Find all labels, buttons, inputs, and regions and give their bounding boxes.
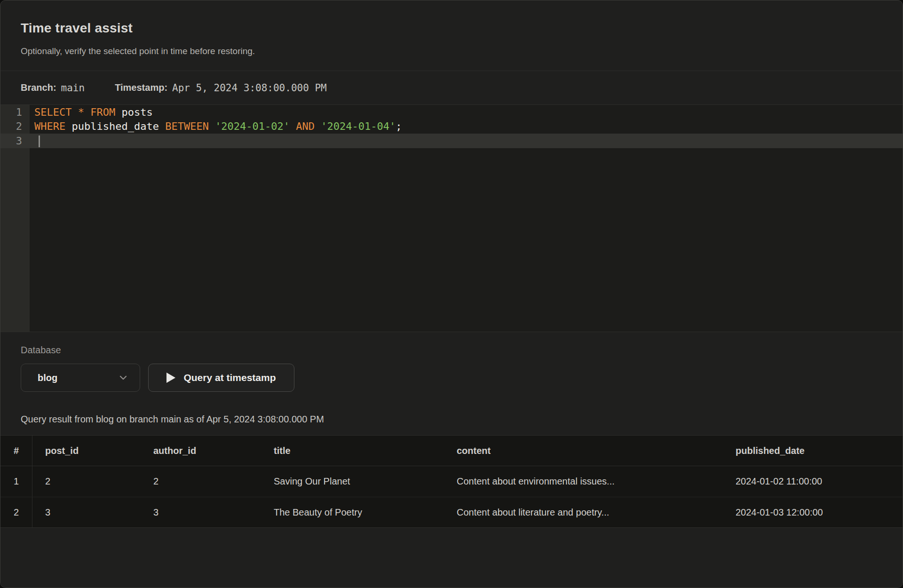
database-select[interactable]: blog	[21, 364, 140, 392]
text-cursor	[39, 135, 40, 147]
panel-footer-space	[0, 528, 903, 588]
query-result-table: #post_idauthor_idtitlecontentpublished_d…	[0, 435, 903, 528]
play-icon	[166, 373, 175, 383]
table-cell: Content about environmental issues...	[444, 476, 723, 487]
table-row: 233The Beauty of PoetryContent about lit…	[0, 497, 903, 527]
page-subtitle: Optionally, verify the selected point in…	[21, 45, 882, 57]
table-cell: The Beauty of Poetry	[261, 507, 444, 518]
table-cell: 2024-01-03 12:00:00	[723, 507, 903, 518]
timestamp-info: Timestamp: Apr 5, 2024 3:08:00.000 PM	[115, 82, 327, 94]
table-cell: 3	[32, 507, 141, 518]
table-header-cell: content	[444, 445, 723, 456]
timestamp-label: Timestamp:	[115, 82, 167, 93]
editor-code-lines: 1SELECT * FROM posts2WHERE published_dat…	[0, 105, 903, 148]
code-line[interactable]: 2WHERE published_date BETWEEN '2024-01-0…	[0, 119, 903, 134]
line-code: SELECT * FROM posts	[30, 106, 153, 118]
table-cell: 3	[141, 507, 261, 518]
table-cell: 1	[0, 466, 32, 497]
query-result-summary: Query result from blog on branch main as…	[21, 413, 882, 425]
table-header-cell: author_id	[141, 445, 261, 456]
table-header-cell: post_id	[32, 445, 141, 456]
query-at-timestamp-button[interactable]: Query at timestamp	[148, 364, 294, 392]
table-header-cell: title	[261, 445, 444, 456]
table-cell: 2024-01-02 11:00:00	[723, 476, 903, 487]
branch-value: main	[61, 82, 85, 94]
query-button-label: Query at timestamp	[183, 372, 276, 383]
chevron-down-icon	[118, 373, 128, 383]
table-cell: Content about literature and poetry...	[444, 507, 723, 518]
line-code: WHERE published_date BETWEEN '2024-01-02…	[30, 120, 402, 132]
code-line[interactable]: 3	[0, 134, 903, 148]
table-cell: 2	[0, 497, 32, 527]
table-cell: 2	[141, 476, 261, 487]
table-cell: Saving Our Planet	[261, 476, 444, 487]
table-header-cell: published_date	[723, 445, 903, 456]
line-code	[30, 135, 40, 147]
branch-timestamp-bar: Branch: main Timestamp: Apr 5, 2024 3:08…	[0, 71, 903, 105]
table-row: 122Saving Our PlanetContent about enviro…	[0, 466, 903, 497]
query-controls-section: Database blog Query at timestamp Query r…	[0, 332, 903, 425]
timestamp-value: Apr 5, 2024 3:08:00.000 PM	[172, 82, 327, 94]
line-number: 3	[0, 135, 30, 147]
panel-header: Time travel assist Optionally, verify th…	[0, 0, 903, 71]
branch-info: Branch: main	[21, 82, 85, 94]
branch-label: Branch:	[21, 82, 56, 93]
page-title: Time travel assist	[21, 20, 882, 36]
table-header-row: #post_idauthor_idtitlecontentpublished_d…	[0, 436, 903, 466]
sql-editor[interactable]: 1SELECT * FROM posts2WHERE published_dat…	[0, 105, 903, 332]
controls-row: blog Query at timestamp	[21, 364, 882, 392]
time-travel-assist-panel: Time travel assist Optionally, verify th…	[0, 0, 903, 588]
table-header-cell: #	[0, 436, 32, 466]
line-number: 2	[0, 120, 30, 132]
database-selected-value: blog	[38, 373, 57, 383]
line-number: 1	[0, 106, 30, 118]
table-cell: 2	[32, 476, 141, 487]
database-label: Database	[21, 344, 882, 356]
code-line[interactable]: 1SELECT * FROM posts	[0, 105, 903, 119]
